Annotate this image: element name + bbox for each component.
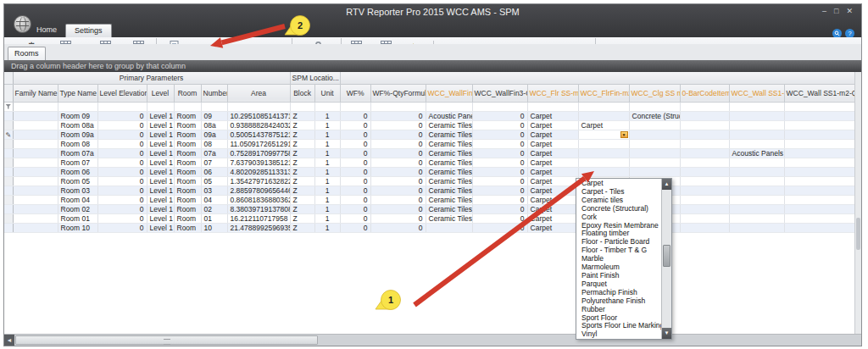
cell-flr_ss[interactable]: Carpet: [527, 111, 578, 120]
cell-level_elev[interactable]: 0: [97, 148, 147, 158]
filter-cell-unit[interactable]: [314, 102, 340, 111]
cell-wf[interactable]: 0: [340, 120, 370, 130]
filter-cell-clg_ss[interactable]: [629, 102, 680, 111]
row-indicator[interactable]: [4, 176, 13, 186]
cell-level_elev[interactable]: 0: [97, 158, 147, 167]
filter-cell-flr_ss[interactable]: [527, 102, 578, 111]
cell-area[interactable]: 4.80209285113313: [227, 167, 290, 176]
vertical-scrollbar-thumb[interactable]: [856, 218, 860, 250]
cell-family[interactable]: [13, 195, 58, 204]
cell-wall_ss1[interactable]: [729, 130, 784, 139]
filter-cell-wall_ss1_qty[interactable]: [784, 102, 859, 111]
cell-wfq[interactable]: 0: [370, 139, 426, 148]
cell-room[interactable]: Room: [174, 204, 201, 213]
cell-number[interactable]: 09a: [201, 130, 227, 139]
cell-wallfin3_qty[interactable]: 0: [472, 148, 527, 158]
filter-cell-wfq[interactable]: [370, 102, 426, 111]
cell-level_elev[interactable]: 0: [97, 111, 147, 120]
column-header-type[interactable]: Type Name: [58, 84, 97, 102]
cell-area[interactable]: 8.38039719137808: [227, 204, 290, 213]
cell-block[interactable]: Z: [290, 130, 314, 139]
cell-wallfin3[interactable]: Ceramic Tiles: [426, 130, 472, 139]
scroll-left-icon[interactable]: ◄: [4, 335, 14, 346]
cell-block[interactable]: Z: [290, 186, 314, 195]
filter-cell-flrfin[interactable]: [578, 102, 629, 111]
column-header-family[interactable]: Family Name: [13, 84, 58, 102]
cell-barcode[interactable]: [680, 167, 729, 176]
cell-wallfin3_qty[interactable]: 0: [472, 139, 527, 148]
cell-number[interactable]: 10: [201, 223, 227, 232]
cell-type[interactable]: Room 07: [58, 158, 97, 167]
dropdown-option[interactable]: Rubber: [576, 306, 661, 314]
cell-number[interactable]: 02: [201, 204, 227, 213]
dropdown-scrollbar[interactable]: ▲ ▼: [661, 179, 671, 339]
cell-block[interactable]: Z: [290, 148, 314, 158]
cell-unit[interactable]: 1: [314, 213, 340, 223]
cell-wallfin3[interactable]: Ceramic Tiles: [426, 120, 472, 130]
cell-area[interactable]: 7.63790391385121: [227, 158, 290, 167]
cell-wallfin3[interactable]: [426, 223, 472, 232]
cell-unit[interactable]: 1: [314, 130, 340, 139]
cell-unit[interactable]: 1: [314, 148, 340, 158]
cell-flrfin[interactable]: [578, 111, 629, 120]
cell-wall_ss1[interactable]: [729, 176, 784, 186]
cell-room[interactable]: Room: [174, 111, 201, 120]
cell-barcode[interactable]: [680, 213, 729, 223]
cell-wf[interactable]: 0: [340, 186, 370, 195]
cell-unit[interactable]: 1: [314, 223, 340, 232]
cell-wallfin3[interactable]: Ceramic Tiles: [426, 204, 472, 213]
row-indicator[interactable]: [4, 111, 13, 120]
row-indicator[interactable]: [4, 195, 13, 204]
cell-level_elev[interactable]: 0: [97, 186, 147, 195]
filter-cell-room[interactable]: [174, 102, 201, 111]
cell-level[interactable]: Level 1: [147, 176, 174, 186]
minimize-icon[interactable]: –: [822, 7, 826, 15]
cell-level[interactable]: Level 1: [147, 148, 174, 158]
cell-number[interactable]: 03: [201, 186, 227, 195]
cell-room[interactable]: Room: [174, 186, 201, 195]
cell-level_elev[interactable]: 0: [97, 139, 147, 148]
column-header-block[interactable]: Block: [290, 84, 314, 102]
cell-wfq[interactable]: 0: [370, 176, 426, 186]
cell-family[interactable]: [13, 158, 58, 167]
cell-wall_ss1[interactable]: [729, 158, 784, 167]
cell-number[interactable]: 05: [201, 176, 227, 186]
cell-family[interactable]: [13, 213, 58, 223]
row-indicator[interactable]: [4, 148, 13, 158]
cell-wallfin3[interactable]: Ceramic Tiles: [426, 176, 472, 186]
cell-wallfin3_qty[interactable]: 0: [472, 213, 527, 223]
cell-level[interactable]: Level 1: [147, 213, 174, 223]
cell-wall_ss1[interactable]: [729, 204, 784, 213]
column-header-barcode[interactable]: 0-BarCodeItem: [680, 84, 729, 102]
cell-wf[interactable]: 0: [340, 158, 370, 167]
cell-wfq[interactable]: 0: [370, 195, 426, 204]
cell-level_elev[interactable]: 0: [97, 167, 147, 176]
cell-wall_ss1_qty[interactable]: [784, 186, 859, 195]
cell-room[interactable]: Room: [174, 176, 201, 186]
cell-wfq[interactable]: 0: [370, 204, 426, 213]
tab-settings[interactable]: Settings: [65, 24, 112, 37]
filter-cell-area[interactable]: [227, 102, 290, 111]
cell-wfq[interactable]: 0: [370, 213, 426, 223]
cell-flr_ss[interactable]: Carpet: [527, 176, 578, 186]
cell-flr_ss[interactable]: Carpet: [527, 195, 578, 204]
cell-flrfin[interactable]: [578, 158, 629, 167]
cell-wall_ss1_qty[interactable]: [784, 223, 859, 232]
cell-wf[interactable]: 0: [340, 223, 370, 232]
filter-cell-family[interactable]: [13, 102, 58, 111]
cell-barcode[interactable]: [680, 176, 729, 186]
cell-wallfin3[interactable]: Ceramic Tiles: [426, 167, 472, 176]
cell-wallfin3_qty[interactable]: 0: [472, 130, 527, 139]
column-header-clg_ss[interactable]: WCC_Clg SS m2: [629, 84, 680, 102]
cell-level_elev[interactable]: 0: [97, 223, 147, 232]
cell-wallfin3_qty[interactable]: 0: [472, 204, 527, 213]
cell-unit[interactable]: 1: [314, 120, 340, 130]
cell-block[interactable]: Z: [290, 111, 314, 120]
cell-area[interactable]: 21.4788992596935: [227, 223, 290, 232]
cell-wall_ss1_qty[interactable]: [784, 148, 859, 158]
cell-area[interactable]: 2.88597809656446: [227, 186, 290, 195]
filter-cell-wallfin3[interactable]: [426, 102, 472, 111]
cell-type[interactable]: Room 02: [58, 204, 97, 213]
cell-type[interactable]: Room 06: [58, 167, 97, 176]
cell-number[interactable]: 01: [201, 213, 227, 223]
